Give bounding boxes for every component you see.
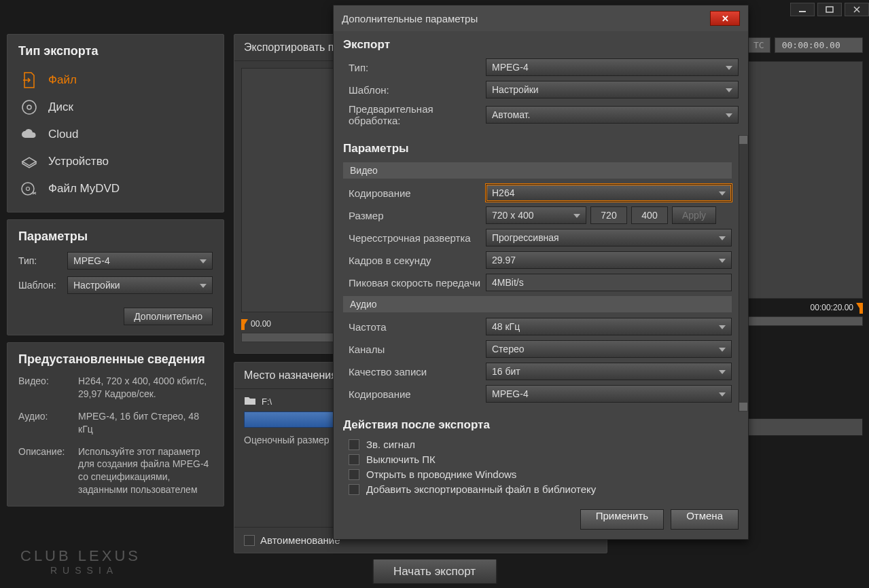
svg-rect-0 [799,11,806,12]
svg-point-7 [26,187,30,191]
export-type-label: Cloud [48,128,78,141]
scroll-down-icon[interactable] [739,403,747,411]
audio-value: MPEG-4, 16 бит Стерео, 48 кГц [78,410,213,436]
dlg-height-input[interactable]: 400 [631,206,668,224]
description-value: Используйте этот параметр для создания ф… [78,445,213,497]
export-type-file[interactable]: Файл [18,67,213,94]
timeline-in-marker[interactable] [241,319,249,330]
export-type-label: Диск [48,100,73,114]
dlg-quality-select[interactable]: 16 бит [486,363,732,380]
template-select[interactable]: Настройки [67,276,213,294]
dlg-preproc-label: Предварительная обработка: [343,103,486,126]
dlg-freq-label: Частота [343,321,486,333]
export-type-label: Файл [48,73,77,87]
file-export-icon [20,71,39,90]
svg-point-4 [22,100,36,114]
params-scrollbar[interactable] [739,135,748,411]
export-type-cloud[interactable]: Cloud [18,121,213,148]
dlg-peak-input[interactable]: 4MBit/s [486,274,732,291]
dlg-template-select[interactable]: Настройки [486,81,739,98]
preset-info-title: Предустановленные сведения [18,352,213,367]
export-type-device[interactable]: Устройство [18,148,213,175]
dlg-type-select[interactable]: MPEG-4 [486,58,739,76]
svg-rect-1 [826,7,833,12]
dlg-type-label: Тип: [343,62,486,73]
dlg-audio-encoding-select[interactable]: MPEG-4 [486,385,732,403]
actions-section-title: Действия после экспорта [343,418,739,432]
autoname-checkbox[interactable] [244,535,255,546]
preset-info-panel: Предустановленные сведения Видео: H264, … [7,342,224,507]
dlg-channels-select[interactable]: Стерео [486,340,732,358]
cloud-icon [20,125,39,144]
open-explorer-checkbox[interactable] [349,469,359,480]
dlg-fps-select[interactable]: 29.97 [486,251,732,269]
shutdown-label: Выключить ПК [366,454,436,465]
dlg-interlace-label: Чересстрочная развертка [343,232,486,244]
parameters-title: Параметры [18,229,213,244]
export-type-label: Устройство [48,155,109,168]
dlg-channels-label: Каналы [343,344,486,355]
start-export-button[interactable]: Начать экспорт [372,559,497,584]
export-type-mydvd[interactable]: Файл MyDVD [18,175,213,202]
export-type-panel: Тип экспорта Файл Диск Cloud Устройство … [7,34,224,213]
timeline-out-marker[interactable] [855,303,863,314]
window-minimize-button[interactable] [790,3,815,16]
right-input[interactable] [747,418,863,436]
device-icon [20,152,39,171]
audio-subheader: Аудио [343,296,732,312]
export-type-title: Тип экспорта [18,44,213,58]
export-type-label: Файл MyDVD [48,182,120,196]
dlg-size-label: Размер [343,210,486,221]
dialog-apply-button[interactable]: Применить [580,509,664,530]
sound-signal-checkbox[interactable] [349,439,359,450]
export-section-title: Экспорт [343,38,739,52]
video-subheader: Видео [343,162,732,179]
template-label: Шаблон: [18,280,67,291]
dlg-apply-size-button[interactable]: Apply [672,206,716,224]
window-maximize-button[interactable] [817,3,842,16]
export-type-disc[interactable]: Диск [18,94,213,121]
dlg-width-input[interactable]: 720 [590,206,627,224]
sound-signal-label: Зв. сигнал [366,439,415,450]
audio-label: Аудио: [18,410,73,436]
window-close-button[interactable] [845,3,869,16]
watermark: CLUB LEXUS RUSSIA [20,547,141,576]
dialog-title: Дополнительные параметры [342,13,478,24]
dialog-close-button[interactable]: ✕ [710,11,740,26]
tc-value[interactable]: 00:00:00.00 [775,37,863,53]
dlg-quality-label: Качество записи [343,366,486,378]
open-explorer-label: Открыть в проводнике Windows [366,468,516,480]
disc-icon [20,98,39,117]
shutdown-checkbox[interactable] [349,454,359,465]
dlg-size-select[interactable]: 720 x 400 [486,206,586,224]
folder-path: F:\ [262,397,272,407]
advanced-settings-dialog: Дополнительные параметры ✕ Экспорт Тип:M… [333,5,749,540]
dlg-fps-label: Кадров в секунду [343,255,486,266]
svg-point-5 [27,105,31,109]
dialog-cancel-button[interactable]: Отмена [671,509,739,530]
right-preview-box [747,61,863,299]
tc-label: TC [747,37,770,53]
dlg-encoding-label: Кодирование [343,187,486,199]
advanced-button[interactable]: Дополнительно [124,308,213,325]
dlg-peak-label: Пиковая скорость передачи [343,277,486,289]
type-select[interactable]: MPEG-4 [67,252,213,270]
timeline-end-tc: 00:00:20.00 [811,303,853,312]
dlg-template-label: Шаблон: [343,84,486,96]
folder-icon [244,396,256,407]
right-timeline[interactable]: 00:00:20.00 [747,303,863,330]
svg-point-6 [22,183,34,195]
add-to-library-label: Добавить экспортированный файл в библиот… [366,483,596,495]
parameters-panel: Параметры Тип: MPEG-4 Шаблон: Настройки … [7,219,224,335]
video-value: H264, 720 x 400, 4000 кбит/с, 29,97 Кадр… [78,375,213,401]
scroll-up-icon[interactable] [739,136,747,144]
type-label: Тип: [18,255,67,266]
video-label: Видео: [18,375,73,401]
dlg-encoding-select[interactable]: H264 [486,184,732,202]
add-to-library-checkbox[interactable] [349,484,359,495]
dlg-freq-select[interactable]: 48 кГц [486,318,732,335]
dlg-preproc-select[interactable]: Автомат. [486,106,739,124]
autoname-label: Автоименование [260,534,340,546]
dlg-interlace-select[interactable]: Прогрессивная [486,229,732,246]
params-section-title: Параметры [343,142,732,155]
